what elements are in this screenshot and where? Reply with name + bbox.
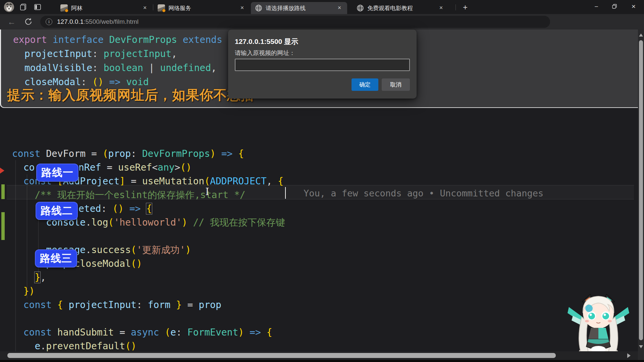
- tip-text: 提示：输入原视频网址后，如果你不想播: [7, 86, 255, 104]
- anime-character: [563, 287, 634, 360]
- address-bar[interactable]: i 127.0.0.1:5500/web/film.html: [40, 16, 550, 28]
- code-line: e.preventDefault(): [12, 339, 137, 353]
- code-line: modalVisible: boolean | undefined,: [13, 61, 217, 75]
- url-host: 127.0.0.1: [57, 18, 84, 25]
- tab-title: 请选择播放路线: [266, 4, 331, 12]
- tab-4[interactable]: 免费观看电影教程×: [353, 2, 449, 14]
- tab-2[interactable]: 网络服务×: [154, 2, 250, 14]
- code-line: const { projectInput: form } = prop: [12, 298, 221, 312]
- ok-button[interactable]: 确定: [352, 78, 378, 91]
- code-editor-area: const DevForm = (prop: DevFormProps) => …: [0, 108, 638, 362]
- minimize-button[interactable]: –: [589, 0, 604, 13]
- git-added-marker: [1, 184, 5, 199]
- dog-favicon-icon: [60, 4, 68, 12]
- horizontal-scrollbar[interactable]: [0, 351, 638, 360]
- scroll-right-arrow-icon[interactable]: [627, 353, 631, 358]
- bottom-strip: [0, 360, 644, 362]
- vertical-scrollbar[interactable]: [638, 29, 644, 360]
- code-line: },: [12, 270, 46, 284]
- route-badge-2: 路线二: [36, 202, 78, 220]
- code-line: }): [12, 284, 35, 298]
- tab-title: 阿林: [71, 4, 137, 12]
- workspaces-icon[interactable]: [19, 2, 28, 12]
- code-line: const DevForm = (prop: DevFormProps) => …: [12, 147, 244, 161]
- page-info-icon[interactable]: i: [46, 18, 52, 25]
- scroll-up-arrow-icon[interactable]: [639, 34, 643, 37]
- code-line: const handSubmit = async (e: FormEvent) …: [12, 325, 272, 339]
- window-close-button[interactable]: ×: [626, 0, 641, 13]
- url-path: :5500/web/film.html: [84, 18, 139, 25]
- globe-favicon-icon: [357, 4, 364, 12]
- code-line: projectInput: projectInput,: [13, 47, 177, 61]
- text-caret: [285, 187, 286, 199]
- code-line: export interface DevFormProps extends F: [13, 33, 233, 47]
- url-prompt-input[interactable]: [235, 59, 410, 71]
- dialog-label: 请输入原视频的网址：: [235, 49, 295, 57]
- tab-close-button[interactable]: ×: [141, 4, 149, 12]
- vertical-scrollbar-thumb[interactable]: [639, 40, 643, 340]
- route-badge-3: 路线三: [35, 249, 77, 267]
- mouse-ibeam-cursor: I: [205, 186, 209, 197]
- tab-divider: [153, 4, 153, 10]
- git-blame-annotation: You, a few seconds ago • Uncommitted cha…: [304, 186, 543, 200]
- js-prompt-dialog: 127.0.0.1:5500 显示 请输入原视频的网址： 确定 取消: [228, 29, 417, 99]
- tab-1[interactable]: 阿林×: [56, 2, 153, 14]
- horizontal-scrollbar-thumb[interactable]: [7, 353, 556, 358]
- globe-favicon-icon: [255, 4, 262, 12]
- tab-title: 免费观看电影教程: [367, 4, 433, 12]
- vertical-tabs-icon[interactable]: [33, 2, 42, 12]
- cancel-button[interactable]: 取消: [382, 78, 410, 91]
- tab-close-button[interactable]: ×: [238, 4, 246, 12]
- git-added-marker: [1, 212, 5, 240]
- dog-favicon-icon: [158, 4, 165, 12]
- tab-close-button[interactable]: ×: [336, 4, 343, 12]
- browser-window: 阿林×网络服务×请选择播放路线×免费观看电影教程× + – × ← i 127.…: [0, 0, 644, 362]
- back-button[interactable]: ←: [7, 17, 16, 27]
- refresh-button[interactable]: [24, 17, 33, 27]
- husky-avatar-icon: [4, 2, 14, 12]
- navigation-toolbar: ← i 127.0.0.1:5500/web/film.html ☆ L: [0, 14, 644, 29]
- route-badge-1: 路线一: [36, 164, 78, 182]
- code-line: /** 现在开始一个eslint的保存操作,start */: [12, 188, 246, 202]
- tab-3[interactable]: 请选择播放路线×: [251, 2, 347, 14]
- new-tab-button[interactable]: +: [460, 3, 470, 13]
- dialog-title: 127.0.0.1:5500 显示: [235, 37, 298, 46]
- restore-button[interactable]: [607, 0, 622, 13]
- tab-title: 网络服务: [168, 4, 234, 12]
- scroll-down-arrow-icon[interactable]: [639, 345, 643, 348]
- tab-bar: 阿林×网络服务×请选择播放路线×免费观看电影教程× + – ×: [0, 0, 644, 14]
- url-text: 127.0.0.1:5500/web/film.html: [57, 18, 139, 25]
- code-line: conRef = useRef<any>(): [12, 161, 35, 174]
- tab-divider: [455, 4, 456, 10]
- profile-avatar[interactable]: [4, 2, 14, 12]
- error-marker: [0, 168, 4, 174]
- tab-close-button[interactable]: ×: [437, 4, 445, 12]
